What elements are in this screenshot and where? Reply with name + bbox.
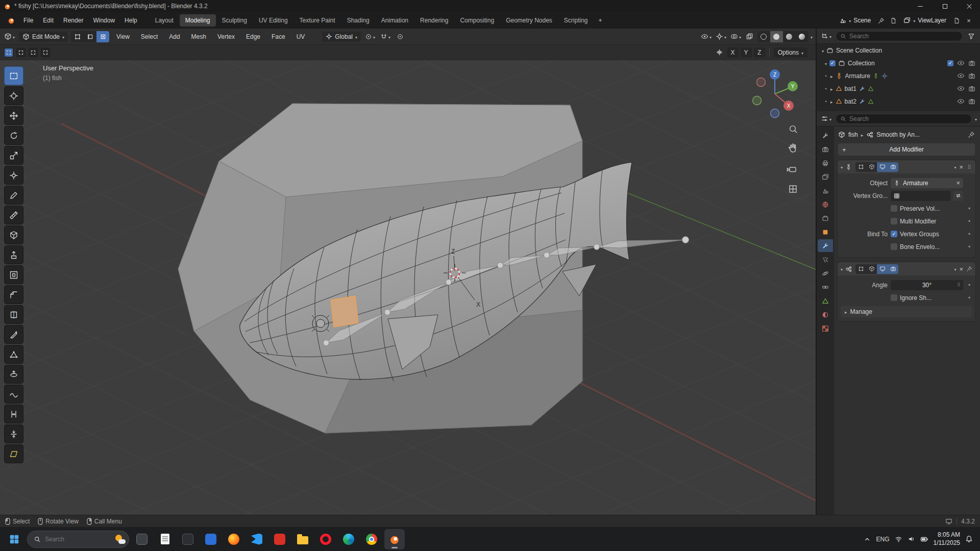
eye-icon[interactable] (957, 97, 965, 105)
tab-scene[interactable] (818, 184, 833, 197)
outliner-row-collection[interactable]: Collection (817, 57, 980, 69)
viewport-3d[interactable]: Z X Z Y X (0, 45, 816, 515)
menu-add[interactable]: Add (165, 31, 184, 42)
taskbar-icon-chrome[interactable] (361, 529, 382, 549)
tab-texture[interactable] (818, 322, 833, 335)
mirror-y-toggle[interactable]: Y (741, 47, 752, 58)
tool-select-box[interactable] (4, 66, 23, 85)
edit-mode-toggle[interactable] (866, 264, 877, 274)
add-workspace-button[interactable]: + (594, 15, 607, 26)
tab-constraints[interactable] (818, 281, 833, 293)
eye-icon[interactable] (957, 59, 965, 67)
mode-dropdown[interactable]: Edit Mode (19, 32, 68, 42)
tab-scripting[interactable]: Scripting (558, 14, 594, 27)
pivot-point-dropdown[interactable] (364, 31, 376, 42)
view-layer-selector[interactable]: ViewLayer (900, 15, 949, 26)
mirror-toggle[interactable] (714, 47, 725, 58)
remove-view-layer-button[interactable] (964, 15, 974, 26)
minimize-button[interactable] (910, 0, 931, 12)
face-select-button[interactable] (96, 31, 109, 42)
wifi-icon[interactable] (895, 535, 902, 543)
collection-checkbox[interactable] (829, 60, 836, 66)
camera-icon[interactable] (968, 85, 975, 92)
tool-options-dropdown[interactable]: Options (774, 47, 807, 58)
volume-icon[interactable] (908, 535, 915, 543)
rendered-shading-button[interactable] (796, 31, 808, 42)
clear-object-button[interactable] (956, 179, 960, 187)
properties-search[interactable] (836, 114, 972, 124)
mirror-z-toggle[interactable]: Z (754, 47, 765, 58)
delete-modifier-button[interactable] (959, 265, 963, 273)
tab-particles[interactable] (818, 253, 833, 266)
expand-icon[interactable] (830, 98, 833, 105)
pin-icon[interactable] (966, 266, 972, 272)
animate-dot[interactable] (966, 282, 972, 289)
outliner-search[interactable] (836, 31, 963, 41)
expand-icon[interactable] (830, 72, 833, 80)
tool-extrude-region[interactable] (4, 245, 23, 264)
taskbar-icon-file-explorer[interactable] (292, 529, 313, 549)
tab-collection[interactable] (818, 212, 833, 224)
selected-face[interactable] (331, 296, 358, 327)
expand-icon[interactable] (822, 47, 824, 54)
collapse-icon[interactable] (841, 163, 843, 170)
menu-uv[interactable]: UV (292, 31, 309, 42)
solid-shading-button[interactable] (770, 31, 783, 42)
pin-id-button[interactable] (968, 131, 975, 138)
tab-layout[interactable]: Layout (150, 14, 179, 27)
tab-physics[interactable] (818, 267, 833, 280)
show-overlays-button[interactable] (729, 31, 742, 42)
viewport-scene[interactable]: Z X Z Y X (0, 45, 816, 515)
outliner-editor-button[interactable] (820, 31, 832, 42)
tool-knife[interactable] (4, 325, 23, 344)
menu-face[interactable]: Face (267, 31, 289, 42)
tool-spin[interactable] (4, 365, 23, 384)
properties-editor-button[interactable] (820, 113, 832, 124)
eye-icon[interactable] (957, 72, 965, 80)
gizmo-neg-x[interactable] (757, 78, 766, 87)
tab-modeling[interactable]: Modeling (180, 14, 216, 27)
tab-object[interactable] (818, 226, 833, 238)
tool-bevel[interactable] (4, 285, 23, 304)
outliner-row-armature[interactable]: • Armature (817, 69, 980, 82)
multi-modifier-checkbox[interactable] (891, 218, 897, 224)
tab-compositing[interactable]: Compositing (454, 14, 500, 27)
bone-envelopes-checkbox[interactable] (891, 243, 897, 250)
taskbar-search[interactable] (27, 531, 129, 548)
new-view-layer-button[interactable] (951, 15, 962, 26)
close-button[interactable] (959, 0, 980, 12)
menu-edge[interactable]: Edge (242, 31, 264, 42)
select-subtract-mode-button[interactable] (29, 48, 38, 57)
animate-dot[interactable] (966, 294, 972, 302)
camera-icon[interactable] (968, 98, 975, 105)
expand-icon[interactable] (825, 60, 827, 67)
tab-world[interactable] (818, 198, 833, 211)
taskbar-search-input[interactable] (45, 536, 91, 543)
tab-output[interactable] (818, 157, 833, 169)
manage-subpanel[interactable]: Manage (841, 306, 972, 317)
notifications-icon[interactable] (965, 535, 973, 543)
edit-mode-toggle[interactable] (866, 162, 877, 172)
taskbar-icon-task-view[interactable] (132, 529, 152, 549)
tool-poly-build[interactable] (4, 345, 23, 364)
outliner-search-input[interactable] (849, 33, 958, 40)
outliner-filter-button[interactable] (966, 31, 977, 42)
menu-help[interactable]: Help (120, 15, 142, 26)
tab-view-layer[interactable] (818, 170, 833, 183)
realtime-toggle[interactable] (877, 264, 888, 274)
add-modifier-button[interactable]: Add Modifier (838, 143, 975, 156)
language-indicator[interactable]: ENG (876, 536, 889, 543)
taskbar-icon-opera[interactable] (315, 529, 336, 549)
ignore-sharpness-checkbox[interactable] (891, 294, 897, 301)
tab-sculpting[interactable]: Sculpting (216, 14, 253, 27)
realtime-toggle[interactable] (877, 162, 888, 172)
tool-edge-slide[interactable] (4, 405, 23, 423)
tool-rotate[interactable] (4, 126, 23, 145)
gizmo-neg-z[interactable] (771, 109, 779, 118)
render-toggle[interactable] (888, 264, 898, 274)
tab-object-data[interactable] (818, 294, 833, 307)
tab-render[interactable] (818, 143, 833, 156)
tab-texture-paint[interactable]: Texture Paint (294, 14, 341, 27)
tool-shrink-fatten[interactable] (4, 424, 23, 443)
taskbar-icon-settings[interactable] (178, 529, 198, 549)
